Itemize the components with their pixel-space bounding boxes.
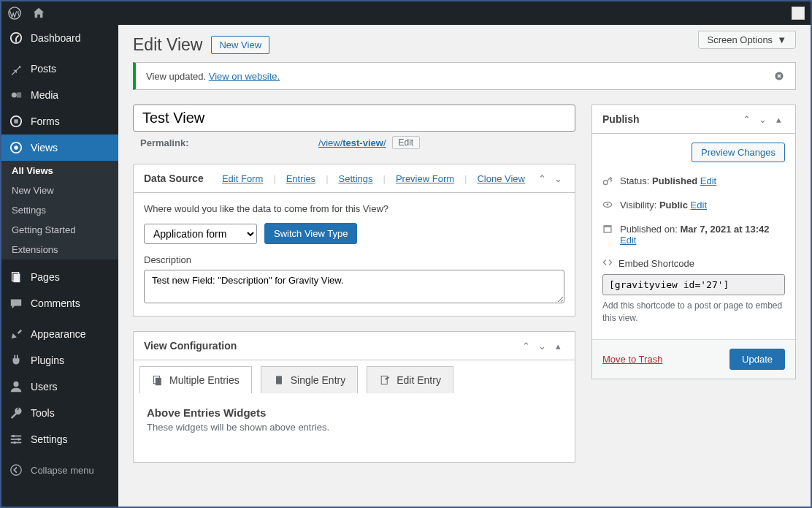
permalink-row: Permalink: ________________________/view… xyxy=(133,132,575,149)
data-source-box: Data Source Edit Form| Entries| Settings… xyxy=(133,164,575,316)
link-clone-view[interactable]: Clone View xyxy=(477,173,525,184)
sidebar-item-tools[interactable]: Tools xyxy=(1,400,118,426)
media-icon xyxy=(9,88,23,102)
chevron-up-icon[interactable]: ⌃ xyxy=(740,113,753,126)
notice-text: View updated. xyxy=(146,71,209,82)
svg-point-6 xyxy=(14,145,18,149)
forms-icon xyxy=(9,114,23,129)
sidebar-item-pages[interactable]: Pages xyxy=(1,264,118,290)
view-config-box: View Configuration ⌃ ⌄ ▴ Multiple Entrie… xyxy=(133,331,575,463)
status-value: Published xyxy=(652,175,697,186)
screen-options-toggle[interactable]: Screen Options ▼ xyxy=(698,31,796,49)
move-to-trash-link[interactable]: Move to Trash xyxy=(602,354,662,365)
notice-link[interactable]: View on website. xyxy=(209,71,280,82)
dismiss-notice-button[interactable] xyxy=(773,70,785,82)
switch-view-type-button[interactable]: Switch View Type xyxy=(264,223,357,244)
tools-icon xyxy=(9,406,23,420)
sidebar-item-label: Tools xyxy=(31,407,55,419)
tab-single-entry[interactable]: Single Entry xyxy=(261,366,358,393)
submenu-item-new-view[interactable]: New View xyxy=(1,181,118,200)
published-value: Mar 7, 2021 at 13:42 xyxy=(680,224,769,235)
collapse-menu-button[interactable]: Collapse menu xyxy=(1,457,118,483)
appearance-icon xyxy=(9,327,23,341)
submenu-item-extensions[interactable]: Extensions xyxy=(1,240,118,259)
sidebar-item-media[interactable]: Media xyxy=(1,82,118,108)
key-icon xyxy=(602,175,614,188)
svg-rect-19 xyxy=(156,378,161,385)
edit-status-link[interactable]: Edit xyxy=(700,175,716,186)
single-entry-icon xyxy=(273,374,285,386)
sidebar-item-label: Appearance xyxy=(31,328,86,340)
settings-icon xyxy=(9,432,23,447)
data-source-select[interactable]: Application form xyxy=(144,224,257,244)
sidebar-item-label: Dashboard xyxy=(31,32,81,44)
visibility-icon xyxy=(602,200,614,212)
chevron-down-icon[interactable]: ⌄ xyxy=(756,113,769,126)
sidebar-item-label: Media xyxy=(31,89,58,101)
chevron-up-icon[interactable]: ▴ xyxy=(772,113,785,126)
sidebar-item-forms[interactable]: Forms xyxy=(1,108,118,134)
link-preview-form[interactable]: Preview Form xyxy=(396,173,454,184)
chevron-down-icon[interactable]: ⌄ xyxy=(551,172,564,185)
sidebar-item-settings[interactable]: Settings xyxy=(1,426,118,452)
tab-label: Edit Entry xyxy=(397,374,441,386)
dashboard-icon xyxy=(9,31,23,45)
svg-point-24 xyxy=(607,204,609,206)
link-entries[interactable]: Entries xyxy=(286,173,315,184)
sidebar-item-label: Posts xyxy=(31,63,56,75)
sidebar-item-plugins[interactable]: Plugins xyxy=(1,347,118,374)
submenu-item-getting-started[interactable]: Getting Started xyxy=(1,220,118,240)
view-config-title: View Configuration xyxy=(144,340,237,352)
chevron-down-icon: ▼ xyxy=(777,34,786,45)
edit-permalink-button[interactable]: Edit xyxy=(392,136,421,149)
chevron-down-icon[interactable]: ⌄ xyxy=(535,339,548,352)
sidebar-item-appearance[interactable]: Appearance xyxy=(1,321,118,347)
visibility-value: Public xyxy=(659,200,688,211)
submenu-item-settings[interactable]: Settings xyxy=(1,200,118,220)
sidebar-item-views[interactable]: Views xyxy=(1,134,118,161)
above-widgets-hint: These widgets will be shown above entrie… xyxy=(147,422,562,433)
edit-entry-icon xyxy=(379,374,391,386)
sidebar-item-label: Pages xyxy=(31,271,60,283)
sidebar-item-posts[interactable]: Posts xyxy=(1,56,118,82)
preview-changes-button[interactable]: Preview Changes xyxy=(692,143,785,162)
page-title: Edit View New View xyxy=(133,25,796,62)
chevron-up-icon[interactable]: ⌃ xyxy=(535,172,548,185)
sidebar-item-comments[interactable]: Comments xyxy=(1,290,118,316)
sidebar-item-users[interactable]: Users xyxy=(1,374,118,400)
shortcode-label: Embed Shortcode xyxy=(618,258,694,269)
views-icon xyxy=(9,140,23,155)
chevron-up-icon[interactable]: ▴ xyxy=(551,339,564,352)
new-view-button[interactable]: New View xyxy=(211,36,269,54)
submenu-item-all-views[interactable]: All Views xyxy=(1,161,118,181)
shortcode-hint: Add this shortcode to a post or page to … xyxy=(602,300,785,325)
sidebar-item-dashboard[interactable]: Dashboard xyxy=(1,25,118,51)
description-textarea[interactable]: Test new Field: "Description" for Gravit… xyxy=(144,270,564,303)
wordpress-logo-icon[interactable] xyxy=(7,6,22,20)
svg-rect-21 xyxy=(381,376,387,384)
pin-icon xyxy=(9,61,23,76)
update-button[interactable]: Update xyxy=(729,349,785,370)
edit-date-link[interactable]: Edit xyxy=(620,235,636,246)
status-label: Status: xyxy=(620,175,652,186)
link-settings[interactable]: Settings xyxy=(339,173,373,184)
user-avatar[interactable] xyxy=(792,7,805,20)
svg-point-22 xyxy=(603,181,608,185)
publish-box: Publish ⌃ ⌄ ▴ Preview Changes xyxy=(591,105,796,379)
shortcode-input[interactable] xyxy=(602,274,785,295)
home-icon[interactable] xyxy=(32,7,45,20)
chevron-up-icon[interactable]: ⌃ xyxy=(519,339,532,352)
svg-rect-20 xyxy=(276,376,282,384)
description-label: Description xyxy=(144,254,564,265)
permalink-link[interactable]: ________________________/view/test-view/ xyxy=(191,137,386,148)
title-input[interactable] xyxy=(133,105,575,132)
tab-label: Multiple Entries xyxy=(169,374,240,386)
svg-point-9 xyxy=(13,382,18,387)
svg-rect-26 xyxy=(604,226,611,227)
tab-multiple-entries[interactable]: Multiple Entries xyxy=(139,366,252,393)
edit-visibility-link[interactable]: Edit xyxy=(691,200,707,211)
svg-point-2 xyxy=(12,92,17,97)
data-source-question: Where would you like the data to come fr… xyxy=(144,203,564,214)
link-edit-form[interactable]: Edit Form xyxy=(222,173,263,184)
tab-edit-entry[interactable]: Edit Entry xyxy=(367,366,453,393)
